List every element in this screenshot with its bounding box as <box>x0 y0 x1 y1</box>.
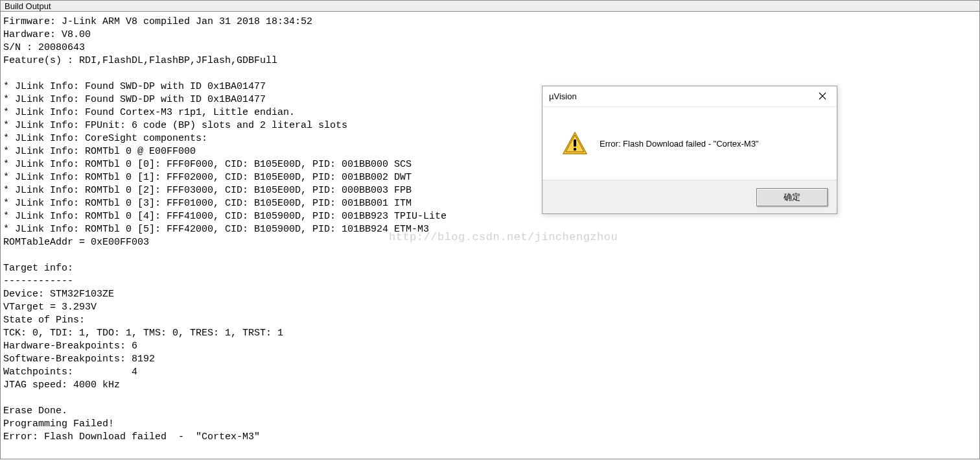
output-line: * JLink Info: ROMTbl 0 [4]: FFF41000, CI… <box>3 211 447 222</box>
output-line: JTAG speed: 4000 kHz <box>3 380 120 391</box>
output-line: * JLink Info: CoreSight components: <box>3 133 207 144</box>
output-line: * JLink Info: ROMTbl 0 [3]: FFF01000, CI… <box>3 198 412 209</box>
build-output-text-area[interactable]: Firmware: J-Link ARM V8 compiled Jan 31 … <box>0 12 980 459</box>
svg-point-5 <box>574 148 576 151</box>
output-line: * JLink Info: ROMTbl 0 [2]: FFF03000, CI… <box>3 185 412 196</box>
output-line: VTarget = 3.293V <box>3 302 97 313</box>
output-line <box>3 393 9 404</box>
output-line: Feature(s) : RDI,FlashDL,FlashBP,JFlash,… <box>3 55 277 66</box>
ok-button-label: 确定 <box>784 191 800 203</box>
output-line: * JLink Info: ROMTbl 0 @ E00FF000 <box>3 146 196 157</box>
output-line <box>3 250 9 261</box>
error-dialog: µVision Error: Flash Download failed - "… <box>542 86 837 214</box>
output-line: * JLink Info: Found SWD-DP with ID 0x1BA… <box>3 94 266 105</box>
output-line: Device: STM32F103ZE <box>3 289 114 300</box>
output-line: Hardware-Breakpoints: 6 <box>3 341 137 352</box>
dialog-footer: 确定 <box>542 180 837 213</box>
output-line: State of Pins: <box>3 315 91 326</box>
output-line: Software-Breakpoints: 8192 <box>3 354 155 365</box>
output-line: Error: Flash Download failed - "Cortex-M… <box>3 431 260 442</box>
output-line: * JLink Info: Found SWD-DP with ID 0x1BA… <box>3 81 266 92</box>
output-line: TCK: 0, TDI: 1, TDO: 1, TMS: 0, TRES: 1,… <box>3 328 283 339</box>
output-line: S/N : 20080643 <box>3 42 85 53</box>
output-line: Programming Failed! <box>3 418 114 430</box>
output-line: Erase Done. <box>3 406 67 417</box>
dialog-body: Error: Flash Download failed - "Cortex-M… <box>542 107 837 180</box>
output-line <box>3 68 9 79</box>
output-line: * JLink Info: FPUnit: 6 code (BP) slots … <box>3 120 347 131</box>
output-line: * JLink Info: ROMTbl 0 [1]: FFF02000, CI… <box>3 172 412 183</box>
close-button[interactable] <box>808 87 837 106</box>
output-line: * JLink Info: ROMTbl 0 [5]: FFF42000, CI… <box>3 224 429 235</box>
output-line: ------------ <box>3 276 73 287</box>
close-icon <box>819 91 826 102</box>
ok-button[interactable]: 确定 <box>756 188 828 206</box>
svg-rect-4 <box>574 139 576 147</box>
build-output-panel-title: Build Output <box>0 0 980 12</box>
output-line: Watchpoints: 4 <box>3 367 137 378</box>
output-line: Target info: <box>3 263 73 274</box>
dialog-title: µVision <box>549 91 577 101</box>
output-line: * JLink Info: Found Cortex-M3 r1p1, Litt… <box>3 107 295 118</box>
output-line: * JLink Info: ROMTbl 0 [0]: FFF0F000, CI… <box>3 159 412 170</box>
warning-triangle-icon <box>562 130 588 156</box>
dialog-titlebar[interactable]: µVision <box>542 86 837 107</box>
output-line: Firmware: J-Link ARM V8 compiled Jan 31 … <box>3 16 312 27</box>
dialog-message: Error: Flash Download failed - "Cortex-M… <box>600 139 758 149</box>
output-line: Hardware: V8.00 <box>3 29 91 40</box>
output-line: ROMTableAddr = 0xE00FF003 <box>3 237 149 248</box>
panel-title-text: Build Output <box>5 1 51 11</box>
